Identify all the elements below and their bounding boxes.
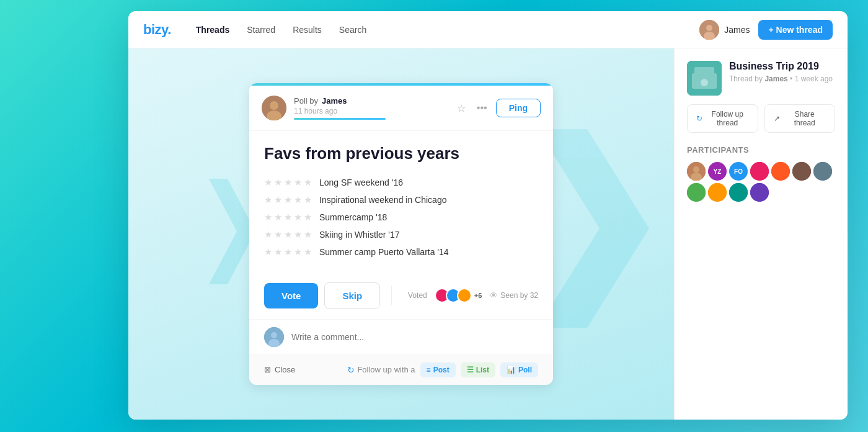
svg-point-18: [771, 162, 790, 181]
svg-point-17: [750, 162, 769, 181]
ping-button[interactable]: Ping: [496, 99, 541, 117]
thread-image-row: Business Trip 2019 Thread by James • 1 w…: [687, 61, 835, 96]
poll-body: Favs from previous years ★ ★ ★ ★ ★ Long …: [249, 131, 553, 282]
seen-label: Seen by 32: [500, 291, 538, 300]
star-rating-1[interactable]: ★ ★ ★ ★ ★: [264, 177, 312, 188]
svg-point-1: [706, 25, 712, 31]
user-name: James: [724, 25, 750, 35]
poll-option: ★ ★ ★ ★ ★ Inspirational weekend in Chica…: [264, 194, 538, 205]
poll-author-avatar: [262, 96, 286, 120]
voted-count: +6: [474, 292, 482, 299]
navbar: bizy. Threads Starred Results Search Jam…: [128, 11, 848, 48]
nav-starred[interactable]: Starred: [247, 25, 275, 35]
option-label-3: Summercamp '18: [319, 212, 387, 222]
logo: bizy.: [143, 22, 171, 38]
participant-avatar: [750, 183, 769, 202]
share-thread-button[interactable]: ↗ Share thread: [764, 104, 836, 133]
svg-point-21: [687, 183, 706, 202]
comment-area: [249, 319, 553, 354]
follow-up-post-button[interactable]: ≡ Post: [420, 362, 456, 377]
new-thread-button[interactable]: + New thread: [758, 20, 833, 40]
user-info[interactable]: James: [699, 20, 750, 40]
svg-point-19: [792, 162, 811, 181]
user-avatar: [699, 20, 719, 40]
poll-progress-bar: [294, 118, 386, 120]
seen-info: 👁 Seen by 32: [489, 290, 538, 300]
more-button[interactable]: •••: [474, 100, 490, 116]
follow-up-thread-button[interactable]: ↻ Follow up thread: [687, 104, 758, 133]
feed-panel: Poll by James 11 hours ago ☆ ••• Ping Fa…: [128, 48, 674, 420]
participant-avatar: [750, 162, 769, 181]
participant-avatar: FO: [729, 162, 748, 181]
star-rating-4[interactable]: ★ ★ ★ ★ ★: [264, 229, 312, 240]
thread-thumbnail: [687, 61, 722, 96]
star-rating-2[interactable]: ★ ★ ★ ★ ★: [264, 194, 312, 205]
vote-button[interactable]: Vote: [264, 283, 318, 308]
main-content: Poll by James 11 hours ago ☆ ••• Ping Fa…: [128, 48, 848, 420]
thread-actions: ↻ Follow up thread ↗ Share thread: [687, 104, 835, 133]
nav-links: Threads Starred Results Search: [196, 25, 699, 35]
svg-point-20: [813, 162, 832, 181]
poll-actions: Vote Skip Voted +6 👁 Seen by: [249, 282, 553, 319]
commenter-avatar: [264, 327, 284, 347]
nav-results[interactable]: Results: [293, 25, 322, 35]
poll-options: ★ ★ ★ ★ ★ Long SF weekend '16 ★ ★: [264, 177, 538, 258]
follow-up-label: ↻ Follow up with a: [347, 365, 415, 375]
svg-rect-12: [694, 67, 714, 81]
star-rating-3[interactable]: ★ ★ ★ ★ ★: [264, 212, 312, 223]
poll-option: ★ ★ ★ ★ ★ Summercamp '18: [264, 212, 538, 223]
svg-point-23: [729, 183, 748, 202]
star-button[interactable]: ☆: [454, 100, 468, 117]
nav-search[interactable]: Search: [339, 25, 366, 35]
comment-input[interactable]: [291, 332, 538, 342]
thread-info: Business Trip 2019 Thread by James • 1 w…: [729, 61, 833, 83]
participant-avatar: [708, 183, 727, 202]
participant-avatar: [729, 183, 748, 202]
poll-card-footer: ⊠ Close ↻ Follow up with a ≡ Post: [249, 354, 553, 385]
poll-question: Favs from previous years: [264, 143, 538, 164]
voted-avatars: +6: [435, 288, 482, 303]
svg-point-8: [271, 332, 277, 338]
poll-header-actions: ☆ ••• Ping: [454, 99, 541, 117]
svg-point-24: [750, 183, 769, 202]
follow-up-area: ↻ Follow up with a ≡ Post ☰ List 📊: [347, 362, 538, 377]
svg-point-13: [701, 79, 708, 86]
svg-point-15: [693, 166, 699, 173]
poll-title-row: Poll by James: [294, 96, 447, 106]
option-label-4: Skiing in Whistler '17: [319, 230, 400, 240]
participant-avatar: [687, 162, 706, 181]
participant-avatar: [813, 162, 832, 181]
option-label-1: Long SF weekend '16: [319, 178, 403, 187]
participant-avatar: [687, 183, 706, 202]
participant-avatar: YZ: [708, 162, 727, 181]
vote-info: Voted +6 👁 Seen by 32: [408, 288, 538, 303]
voted-avatar-3: [457, 288, 472, 303]
nav-right: James + New thread: [699, 20, 833, 40]
follow-up-list-button[interactable]: ☰ List: [461, 362, 495, 377]
app-container: bizy. Threads Starred Results Search Jam…: [128, 11, 848, 420]
participants-section: Participants YZ FO: [687, 145, 835, 202]
star-rating-5[interactable]: ★ ★ ★ ★ ★: [264, 246, 312, 258]
svg-marker-3: [209, 179, 255, 284]
thread-card: Business Trip 2019 Thread by James • 1 w…: [687, 61, 835, 202]
participant-avatar: [792, 162, 811, 181]
voted-label: Voted: [408, 291, 427, 300]
nav-threads[interactable]: Threads: [196, 25, 229, 35]
skip-button[interactable]: Skip: [324, 282, 380, 309]
right-panel: Business Trip 2019 Thread by James • 1 w…: [674, 48, 848, 420]
svg-point-22: [708, 183, 727, 202]
close-button[interactable]: ⊠ Close: [264, 365, 295, 374]
poll-card: Poll by James 11 hours ago ☆ ••• Ping Fa…: [249, 83, 553, 385]
follow-up-poll-button[interactable]: 📊 Poll: [500, 362, 538, 377]
poll-option: ★ ★ ★ ★ ★ Skiing in Whistler '17: [264, 229, 538, 240]
participant-avatar: [771, 162, 790, 181]
poll-option: ★ ★ ★ ★ ★ Long SF weekend '16: [264, 177, 538, 188]
thread-title: Business Trip 2019: [729, 61, 833, 72]
poll-author: James: [322, 96, 347, 106]
poll-time: 11 hours ago: [294, 107, 447, 115]
svg-point-5: [270, 101, 278, 110]
poll-option: ★ ★ ★ ★ ★ Summer camp Puerto Vallarta '1…: [264, 246, 538, 258]
participants-avatars: YZ FO: [687, 162, 835, 202]
option-label-2: Inspirational weekend in Chicago: [319, 195, 446, 205]
participants-label: Participants: [687, 145, 835, 155]
